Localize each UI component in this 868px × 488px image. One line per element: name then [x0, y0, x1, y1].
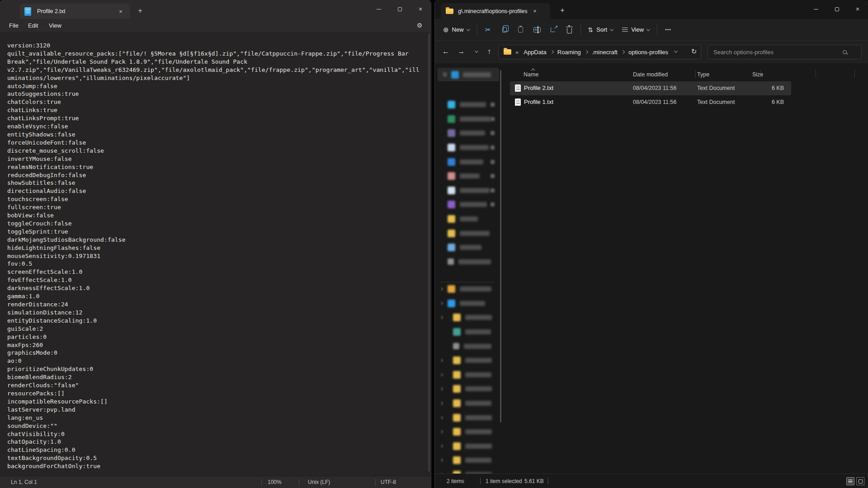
sort-button[interactable]: ⇅ Sort	[584, 22, 618, 38]
cut-button[interactable]: ✂	[480, 22, 496, 38]
sidebar-item[interactable]	[435, 155, 502, 169]
sidebar-item[interactable]	[435, 212, 502, 226]
sidebar-item-label-redacted	[460, 117, 491, 122]
sidebar-item[interactable]	[435, 382, 502, 396]
breadcrumb-overflow[interactable]: «	[515, 49, 519, 56]
sidebar-pinned-list	[435, 98, 502, 269]
notepad-tab[interactable]: Profile 2.txt ×	[20, 4, 130, 19]
pin-icon	[491, 188, 495, 192]
tab-close-icon[interactable]: ×	[116, 6, 126, 16]
chevron-down-icon	[610, 27, 613, 31]
sidebar-item[interactable]	[435, 453, 502, 468]
minimize-button[interactable]	[368, 0, 389, 18]
maximize-button[interactable]	[389, 0, 410, 18]
column-date-modified[interactable]: Date modified	[633, 71, 668, 78]
sidebar-item[interactable]	[435, 468, 502, 474]
rename-button[interactable]: A	[529, 22, 545, 38]
sidebar-item[interactable]	[435, 183, 502, 198]
sidebar-item[interactable]	[435, 396, 502, 411]
menu-view[interactable]: View	[43, 19, 67, 32]
sidebar-item[interactable]	[435, 368, 502, 382]
close-button[interactable]: ×	[410, 0, 431, 18]
breadcrumb-item[interactable]: Roaming	[554, 49, 584, 56]
breadcrumb-item[interactable]: AppData	[520, 49, 550, 56]
explorer-status-bar: 2 items 1 item selected 5.61 KB	[435, 474, 868, 488]
close-icon: ×	[419, 6, 422, 12]
address-bar[interactable]: « AppData Roaming .minecraft options-pro…	[498, 45, 701, 59]
editor-line: chatVisibility:0	[7, 430, 428, 438]
refresh-button[interactable]: ↻	[688, 44, 700, 59]
sidebar-item-icon	[453, 456, 461, 464]
sidebar-item[interactable]	[435, 310, 502, 325]
column-divider[interactable]	[816, 70, 816, 78]
editor-scrollbar[interactable]	[428, 33, 430, 472]
share-button[interactable]: ↗	[545, 22, 561, 38]
sidebar-item[interactable]	[435, 439, 502, 454]
column-name[interactable]: Name	[524, 71, 538, 78]
editor-line: Break","file/Undertale Sound Pack 1.8.9"…	[7, 58, 428, 66]
icons-view-toggle[interactable]	[856, 477, 864, 485]
view-button[interactable]: View	[618, 22, 654, 38]
sidebar-item[interactable]	[435, 255, 502, 269]
sidebar-item[interactable]	[435, 141, 502, 155]
sidebar-item[interactable]	[435, 98, 502, 112]
sidebar-item[interactable]	[435, 410, 502, 425]
text-editor-area[interactable]: version:3120quilt_available_resource_pac…	[0, 32, 428, 476]
delete-button[interactable]	[561, 22, 578, 38]
copy-button[interactable]	[496, 22, 513, 38]
breadcrumb-item[interactable]: .minecraft	[589, 49, 621, 56]
editor-line: entityDistanceScaling:1.0	[7, 317, 428, 325]
text-document-icon	[515, 84, 521, 92]
file-row[interactable]: Profile 2.txt 08/04/2023 11:56 Text Docu…	[510, 81, 791, 95]
new-button[interactable]: ⊕ New	[439, 22, 474, 38]
close-button[interactable]: ×	[847, 0, 868, 18]
sidebar-item[interactable]	[435, 112, 502, 127]
file-row[interactable]: Profile 1.txt 08/04/2023 11:56 Text Docu…	[510, 95, 791, 109]
sidebar-scrollbar[interactable]	[500, 70, 501, 422]
sidebar-item[interactable]	[435, 240, 502, 255]
column-type[interactable]: Type	[697, 71, 709, 78]
search-input[interactable]	[708, 49, 839, 56]
sidebar-item[interactable]	[435, 226, 502, 240]
menu-file[interactable]: File	[4, 19, 24, 32]
editor-line: reducedDebugInfo:false	[7, 171, 428, 179]
maximize-button[interactable]	[826, 0, 847, 18]
sidebar-item[interactable]	[435, 126, 502, 141]
settings-gear-icon[interactable]: ⚙	[414, 20, 425, 31]
sidebar-item[interactable]	[435, 425, 502, 439]
column-divider[interactable]	[854, 70, 855, 78]
sidebar-item[interactable]	[435, 169, 502, 183]
forward-button[interactable]: →	[454, 44, 468, 59]
breadcrumb-item[interactable]: options-profiles	[625, 49, 671, 56]
explorer-tab[interactable]: g\.minecraft\options-profiles ×	[441, 3, 550, 19]
sidebar-item[interactable]	[435, 339, 502, 353]
chevron-down-icon	[466, 27, 470, 31]
back-button[interactable]: ←	[439, 44, 453, 59]
column-divider[interactable]	[695, 70, 696, 78]
sidebar-item[interactable]	[435, 197, 502, 212]
search-box[interactable]	[708, 45, 862, 59]
minimize-button[interactable]	[806, 0, 826, 18]
details-view-toggle[interactable]	[846, 477, 854, 485]
see-more-button[interactable]: •••	[660, 22, 676, 38]
column-size[interactable]: Size	[752, 71, 763, 78]
editor-line: graphicsMode:0	[7, 349, 428, 357]
menu-edit[interactable]: Edit	[23, 19, 43, 32]
up-button[interactable]: ↑	[482, 44, 496, 59]
editor-line: v2.7.zip","file/VanillaTweaks_r632469.zi…	[7, 66, 428, 74]
new-tab-button[interactable]: +	[556, 4, 569, 17]
editor-line: chatOpacity:1.0	[7, 438, 428, 446]
tab-close-icon[interactable]: ×	[530, 7, 539, 16]
sidebar-item[interactable]	[435, 296, 502, 311]
close-icon: ×	[856, 6, 859, 12]
sidebar-item[interactable]	[435, 353, 502, 368]
file-rows: Profile 2.txt 08/04/2023 11:56 Text Docu…	[503, 81, 864, 109]
sidebar-item[interactable]	[435, 325, 502, 339]
paste-button[interactable]	[513, 22, 529, 38]
status-divider	[480, 478, 481, 484]
new-tab-button[interactable]: +	[134, 5, 146, 17]
sort-label: Sort	[596, 26, 607, 33]
sidebar-item[interactable]	[435, 282, 502, 296]
sidebar-item-selected[interactable]	[438, 68, 499, 81]
zoom-level[interactable]: 100%	[268, 479, 282, 485]
